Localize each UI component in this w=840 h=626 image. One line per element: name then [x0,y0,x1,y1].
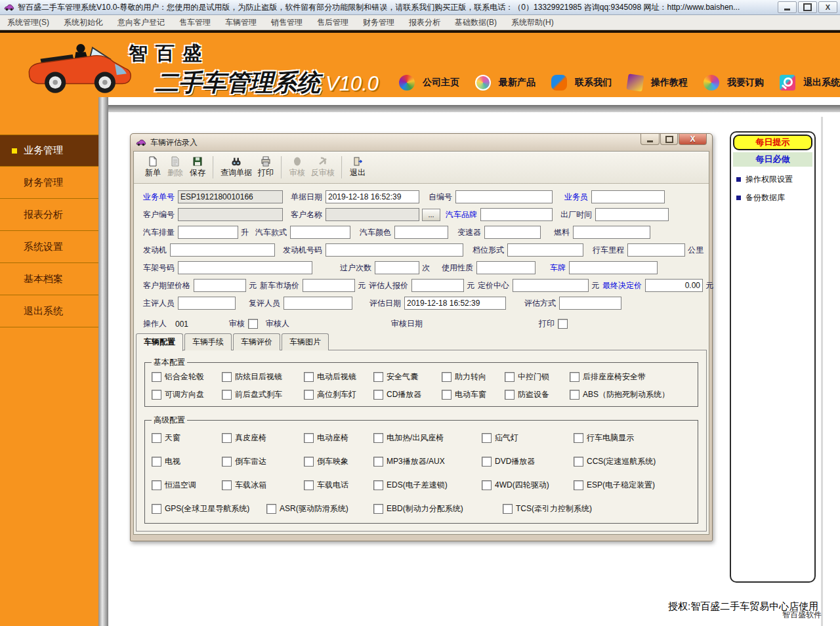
config-checkbox[interactable]: ESP(电子稳定装置) [574,480,691,491]
config-checkbox[interactable]: 4WD(四轮驱动) [482,480,574,491]
transfer-count-field[interactable] [375,261,419,274]
config-checkbox[interactable]: 可调方向盘 [152,389,222,400]
config-checkbox[interactable]: 前后盘式刹车 [222,389,304,400]
toolbar-print-button[interactable]: 打印 [255,156,277,179]
config-checkbox[interactable]: 倒车映象 [304,456,373,467]
car-brand-field[interactable] [480,208,553,221]
pricing-center-field[interactable] [513,279,589,292]
menu-item[interactable]: 系统帮助(H) [504,15,561,30]
menu-item[interactable]: 售车管理 [172,15,218,30]
assessor-quote-field[interactable] [411,279,464,292]
mileage-field[interactable] [627,243,685,257]
checkbox-icon[interactable] [373,457,383,467]
business-no-field[interactable] [178,190,283,203]
config-checkbox[interactable]: 防炫目后视镜 [222,371,304,383]
checkbox-icon[interactable] [222,480,232,490]
engine-no-field[interactable] [326,243,463,257]
customer-lookup-button[interactable]: ... [422,209,440,221]
checkbox-icon[interactable] [304,372,314,382]
config-checkbox[interactable]: 防盗设备 [505,389,570,400]
config-checkbox[interactable]: 安全气囊 [373,371,442,383]
checkbox-icon[interactable] [304,433,314,443]
checkbox-icon[interactable] [152,390,161,400]
new-car-price-field[interactable] [303,279,355,292]
dialog-tab[interactable]: 车辆手续 [184,333,232,350]
print-checkbox[interactable] [558,319,568,329]
menu-item[interactable]: 系统管理(S) [0,15,56,30]
customer-no-field[interactable] [178,208,283,221]
checkbox-icon[interactable] [373,480,383,490]
audit-checkbox[interactable] [248,319,258,329]
checkbox-icon[interactable] [222,390,232,400]
config-checkbox[interactable]: TCS(牵引力控制系统) [503,503,691,514]
config-checkbox[interactable]: 电加热/出风座椅 [373,432,482,444]
dialog-maximize-button[interactable] [660,134,678,145]
dialog-titlebar[interactable]: 车辆评估录入 X [131,134,712,151]
config-checkbox[interactable]: 倒车雷达 [222,456,304,467]
config-checkbox[interactable]: 电动车窗 [442,389,505,400]
checkbox-icon[interactable] [442,372,452,382]
maximize-button[interactable] [798,1,817,13]
checkbox-icon[interactable] [482,433,492,443]
config-checkbox[interactable]: ASR(驱动防滑系统) [266,503,373,514]
checkbox-icon[interactable] [503,504,513,514]
dialog-tab[interactable]: 车辆评价 [233,333,280,350]
toolbar-delete-button[interactable]: 删除 [164,156,186,179]
toolbar-search-doc-button[interactable]: 查询单据 [218,156,255,179]
dialog-tab[interactable]: 车辆图片 [282,333,329,350]
nav-item[interactable]: 操作教程 [627,75,688,91]
expected-price-field[interactable] [194,279,246,292]
checkbox-icon[interactable] [574,457,583,467]
fuel-field[interactable] [573,226,650,239]
config-checkbox[interactable]: 中控门锁 [505,371,570,383]
toolbar-audit-button[interactable]: 审核 [286,156,308,179]
checkbox-icon[interactable] [304,457,314,467]
toolbar-exit-button[interactable]: 退出 [346,156,369,179]
config-checkbox[interactable]: 电动座椅 [304,432,373,444]
displacement-field[interactable] [178,226,238,239]
checkbox-icon[interactable] [482,480,492,490]
checkbox-icon[interactable] [152,480,161,490]
dialog-tab[interactable]: 车辆配置 [136,333,183,351]
checkbox-icon[interactable] [304,480,314,490]
gear-type-field[interactable] [507,243,583,257]
checkbox-icon[interactable] [373,390,383,400]
checkbox-icon[interactable] [222,433,232,443]
nav-item[interactable]: 最新产品 [475,75,536,91]
checkbox-icon[interactable] [266,504,276,514]
checkbox-icon[interactable] [152,372,161,382]
config-checkbox[interactable]: 铝合金轮毂 [152,371,222,383]
dialog-close-button[interactable]: X [679,134,707,145]
nav-item[interactable]: 联系我们 [551,75,612,91]
config-checkbox[interactable]: 车载冰箱 [222,480,304,491]
checkbox-icon[interactable] [505,372,514,382]
sidebar-item[interactable]: 系统设置 [0,231,98,263]
config-checkbox[interactable]: DVD播放器 [482,456,574,467]
dialog-minimize-button[interactable] [640,134,660,145]
toolbar-unaudit-button[interactable]: 反审核 [308,156,337,179]
nav-item[interactable]: 退出系统 [780,75,840,91]
menu-item[interactable]: 意向客户登记 [110,15,172,30]
sidebar-item[interactable]: 报表分析 [0,199,98,231]
checkbox-icon[interactable] [574,480,583,490]
sidebar-item[interactable]: 财务管理 [0,167,98,199]
menu-item[interactable]: 系统初始化 [56,15,110,30]
final-price-field[interactable] [645,279,703,292]
config-checkbox[interactable]: 车载电话 [304,480,373,491]
tips-item[interactable]: 备份数据库 [736,192,811,203]
toolbar-save-button[interactable]: 保存 [186,156,209,179]
doc-date-field[interactable] [326,190,419,203]
menu-item[interactable]: 报表分析 [402,15,448,30]
config-checkbox[interactable]: MP3播放器/AUX [373,456,482,467]
close-button[interactable]: X [818,1,837,13]
config-checkbox[interactable]: 天窗 [152,432,222,444]
config-checkbox[interactable]: 真皮座椅 [222,432,304,444]
checkbox-icon[interactable] [152,433,161,443]
self-no-field[interactable] [455,190,553,203]
checkbox-icon[interactable] [442,390,452,400]
config-checkbox[interactable]: ABS（防抱死制动系统） [570,389,691,400]
main-assessor-field[interactable] [178,297,236,310]
checkbox-icon[interactable] [570,372,579,382]
menu-item[interactable]: 车辆管理 [218,15,264,30]
checkbox-icon[interactable] [373,372,383,382]
